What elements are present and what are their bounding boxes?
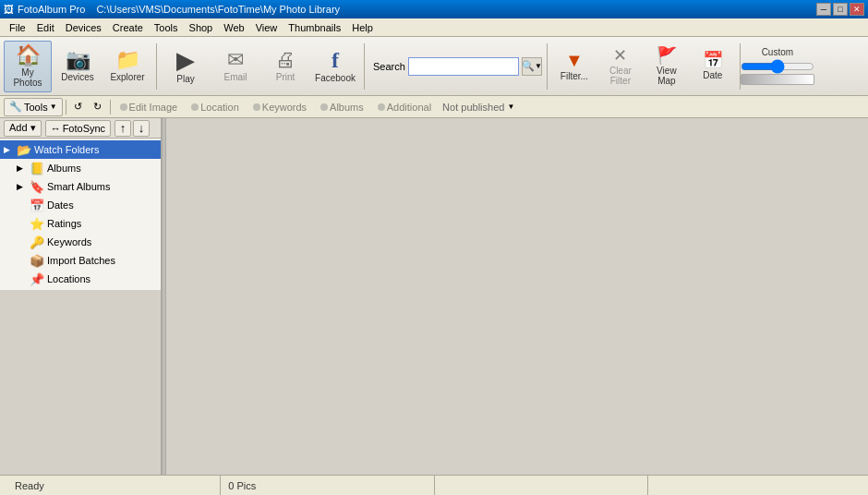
import-batches-icon: 📦 [30, 253, 44, 268]
keywords-dot [253, 103, 260, 111]
edit-image-button[interactable]: Edit Image [114, 98, 185, 116]
edit-image-dot [120, 103, 127, 111]
dates-icon: 📅 [30, 198, 44, 212]
redo-button[interactable]: ↻ [89, 98, 107, 116]
sidebar-item-import-batches[interactable]: 📦 Import Batches [0, 251, 161, 270]
albums-icon: 📒 [30, 161, 44, 175]
view-map-label: View Map [647, 66, 686, 86]
menu-item-thumbnails[interactable]: Thumbnails [283, 20, 346, 35]
maximize-button[interactable]: □ [833, 3, 848, 16]
filter-button[interactable]: ▼ Filter... [552, 41, 597, 92]
tools-dropdown-button[interactable]: 🔧 Tools ▼ [4, 98, 63, 116]
menu-item-view[interactable]: View [250, 20, 283, 35]
tools-icon: 🔧 [9, 101, 22, 113]
location-dot [191, 103, 199, 111]
date-button[interactable]: 📅 Date [691, 41, 735, 92]
sidebar-item-albums[interactable]: ▶ 📒 Albums [0, 159, 161, 177]
location-label: Location [200, 102, 239, 113]
explorer-button[interactable]: 📁 Explorer [103, 41, 151, 92]
explorer-icon: 📁 [115, 50, 140, 70]
my-photos-button[interactable]: 🏠 My Photos [4, 41, 52, 92]
add-button[interactable]: Add ▾ [4, 120, 42, 137]
sidebar-item-dates[interactable]: 📅 Dates [0, 196, 161, 214]
secondary-toolbar: 🔧 Tools ▼ ↺ ↻ Edit Image Location Keywor… [0, 96, 868, 118]
redo-icon: ↻ [93, 101, 102, 113]
search-text-label: Search [373, 61, 405, 72]
watch-folders-icon: 📂 [17, 142, 31, 157]
my-photos-label: My Photos [6, 67, 49, 88]
view-map-button[interactable]: 🚩 View Map [645, 41, 689, 92]
toolbar-sep-3 [547, 43, 548, 90]
sidebar-item-ratings[interactable]: ⭐ Ratings [0, 214, 161, 233]
custom-label: Custom [762, 47, 793, 57]
custom-color-bar [741, 74, 814, 85]
clear-filter-button[interactable]: ✕ Clear Filter [598, 41, 643, 92]
smart-albums-label: Smart Albums [47, 181, 110, 192]
keywords-tree-label: Keywords [47, 236, 91, 248]
sidebar-item-smart-albums[interactable]: ▶ 🔖 Smart Albums [0, 177, 161, 196]
devices-button[interactable]: 📷 Devices [54, 41, 102, 92]
add-label: Add ▾ [9, 122, 36, 134]
menu-item-devices[interactable]: Devices [60, 20, 107, 35]
facebook-icon: f [332, 49, 339, 71]
search-icon: 🔍 [522, 60, 535, 72]
ratings-label: Ratings [47, 218, 81, 229]
undo-button[interactable]: ↺ [69, 98, 88, 116]
additional-button[interactable]: Additional [371, 98, 438, 116]
keywords-button[interactable]: Keywords [247, 98, 313, 116]
menu-item-edit[interactable]: Edit [31, 20, 60, 35]
location-button[interactable]: Location [185, 98, 246, 116]
albums-label: Albums [330, 102, 364, 113]
ratings-icon: ⭐ [30, 216, 44, 231]
sidebar-item-watch-folders[interactable]: ▶ 📂 Watch Folders [0, 140, 161, 159]
sidebar-toolbar: Add ▾ ↔ FotoSync ↑ ↓ [0, 118, 161, 139]
search-button[interactable]: 🔍▼ [522, 57, 542, 76]
albums-button[interactable]: Albums [314, 98, 370, 116]
sidebar-item-keywords[interactable]: 🔑 Keywords [0, 233, 161, 251]
fotosync-icon: ↔ [51, 123, 61, 134]
watch-folders-arrow: ▶ [4, 145, 17, 154]
watch-folders-label: Watch Folders [34, 144, 100, 155]
filter-icon: ▼ [565, 51, 584, 69]
email-button[interactable]: ✉ Email [211, 41, 259, 92]
search-area: Search 🔍▼ [373, 57, 542, 76]
move-down-button[interactable]: ↓ [133, 120, 150, 137]
tools-label: Tools [24, 102, 48, 113]
import-batches-label: Import Batches [47, 255, 115, 266]
keywords-label: Keywords [262, 102, 307, 113]
publish-dropdown-icon: ▼ [507, 103, 514, 111]
albums-label: Albums [47, 163, 81, 174]
devices-label: Devices [61, 72, 94, 82]
print-button[interactable]: 🖨 Print [261, 41, 309, 92]
title-bar: 🖼 FotoAlbum Pro C:\Users\VMS\Documents\F… [0, 0, 868, 18]
smart-albums-icon: 🔖 [30, 179, 44, 194]
clear-filter-label: Clear Filter [601, 66, 640, 86]
facebook-button[interactable]: f Facebook [311, 41, 359, 92]
minimize-button[interactable]: ─ [816, 3, 831, 16]
title-text: 🖼 FotoAlbum Pro C:\Users\VMS\Documents\F… [4, 4, 340, 15]
sidebar-item-locations[interactable]: 📌 Locations [0, 270, 161, 288]
menu-item-help[interactable]: Help [346, 20, 379, 35]
explorer-label: Explorer [110, 72, 144, 82]
close-button[interactable]: ✕ [850, 3, 864, 16]
sidebar-container: Add ▾ ↔ FotoSync ↑ ↓ ▶ 📂 Watch Folders ▶… [0, 118, 162, 475]
fotosync-button[interactable]: ↔ FotoSync [45, 120, 111, 137]
print-icon: 🖨 [275, 50, 295, 70]
menu-item-shop[interactable]: Shop [184, 20, 219, 35]
clear-filter-icon: ✕ [613, 47, 627, 64]
play-icon: ▶ [176, 48, 195, 72]
menu-item-create[interactable]: Create [107, 20, 149, 35]
menu-item-web[interactable]: Web [218, 20, 249, 35]
dates-label: Dates [47, 199, 74, 211]
edit-image-label: Edit Image [129, 102, 178, 113]
additional-dot [378, 103, 385, 111]
menu-item-tools[interactable]: Tools [149, 20, 184, 35]
custom-slider[interactable] [741, 59, 814, 74]
search-input[interactable] [408, 57, 519, 76]
devices-icon: 📷 [66, 50, 90, 70]
play-button[interactable]: ▶ Play [162, 41, 210, 92]
search-dropdown-icon: ▼ [535, 62, 542, 70]
move-up-button[interactable]: ↑ [115, 120, 131, 137]
app-icon: 🖼 [4, 4, 14, 15]
menu-item-file[interactable]: File [4, 20, 31, 35]
